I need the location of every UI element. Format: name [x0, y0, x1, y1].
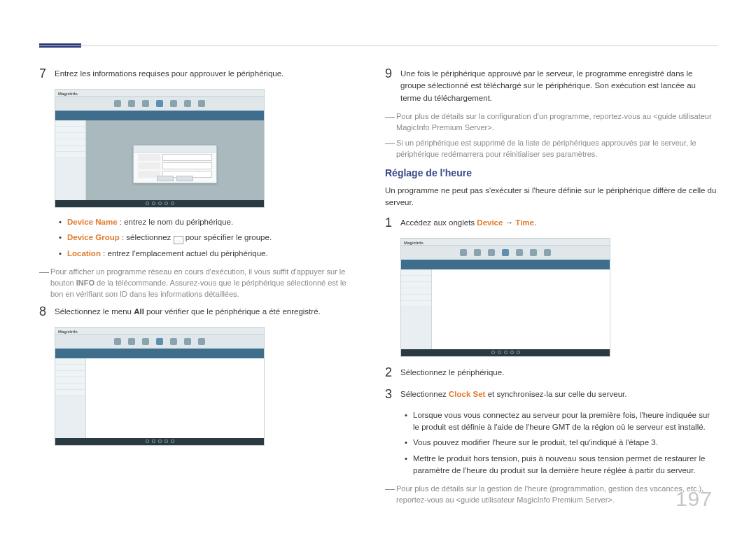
step-number: 3 [385, 387, 400, 402]
note-config-program: ― Pour plus de détails sur la configurat… [385, 111, 718, 134]
note-text: Pour afficher un programme réseau en cou… [50, 267, 354, 300]
step-number: 8 [39, 304, 55, 320]
note-text: Si un périphérique est supprimé de la li… [396, 138, 718, 160]
step-text: Accédez aux onglets Device → Time. [400, 216, 718, 231]
screenshot-device-time: MagicInfo [400, 238, 610, 357]
browse-icon: … [174, 236, 183, 244]
bullet-first-connect: Lorsque vous vous connectez au serveur p… [405, 409, 718, 434]
step3-bullets: Lorsque vous vous connectez au serveur p… [405, 409, 718, 477]
note-info-button: ― Pour afficher un programme réseau en c… [39, 267, 354, 300]
step-text: Sélectionnez le menu All pour vérifier q… [55, 304, 354, 320]
left-column: 7 Entrez les informations requises pour … [39, 66, 354, 454]
note-dash: ― [385, 138, 396, 160]
step-3: 3 Sélectionnez Clock Set et synchronisez… [385, 387, 718, 402]
step-text: Sélectionnez le périphérique. [400, 365, 718, 381]
step-number: 9 [385, 66, 400, 104]
step-7: 7 Entrez les informations requises pour … [39, 66, 354, 82]
step-8: 8 Sélectionnez le menu All pour vérifier… [39, 304, 354, 320]
header-rule [39, 45, 718, 46]
step-number: 1 [385, 216, 400, 231]
label-device-group: Device Group [67, 233, 120, 241]
note-dash: ― [385, 111, 396, 134]
bullet-device-group: Device Group : sélectionnez … pour spéci… [59, 232, 354, 244]
note-dash: ― [385, 484, 396, 506]
screenshot-approve-device: MagicInfo [55, 89, 265, 208]
subhead-intro: Un programme ne peut pas s'exécuter si l… [385, 185, 718, 209]
bullet-location: Location : entrez l'emplacement actuel d… [59, 248, 354, 260]
page-number: 197 [676, 483, 713, 514]
bullet-modify-time: Vous pouvez modifier l'heure sur le prod… [405, 437, 718, 449]
note-device-removed: ― Si un périphérique est supprimé de la … [385, 138, 718, 160]
step-2: 2 Sélectionnez le périphérique. [385, 365, 718, 381]
subheading-time-setting: Réglage de l'heure [385, 166, 718, 181]
note-text: Pour plus de détails sur la gestion de l… [396, 484, 718, 506]
note-text: Pour plus de détails sur la configuratio… [396, 111, 718, 134]
label-device-name: Device Name [67, 218, 118, 226]
screenshot-all-list: MagicInfo [55, 327, 265, 446]
step-1: 1 Accédez aux onglets Device → Time. [385, 216, 718, 231]
note-time-management: ― Pour plus de détails sur la gestion de… [385, 484, 718, 506]
bullet-power-cycle: Mettre le produit hors tension, puis à n… [405, 453, 718, 477]
step-text: Une fois le périphérique approuvé par le… [400, 66, 718, 104]
note-dash: ― [39, 267, 50, 300]
step-text: Entrez les informations requises pour ap… [55, 66, 354, 82]
step-text: Sélectionnez Clock Set et synchronisez-l… [400, 387, 718, 402]
bullet-device-name: Device Name : entrez le nom du périphéri… [59, 216, 354, 228]
step-number: 7 [39, 66, 55, 82]
field-descriptions: Device Name : entrez le nom du périphéri… [59, 216, 354, 260]
step-number: 2 [385, 365, 400, 381]
approve-dialog [133, 145, 217, 183]
right-column: 9 Une fois le périphérique approuvé par … [385, 66, 718, 510]
label-location: Location [67, 249, 101, 258]
step-9: 9 Une fois le périphérique approuvé par … [385, 66, 718, 104]
